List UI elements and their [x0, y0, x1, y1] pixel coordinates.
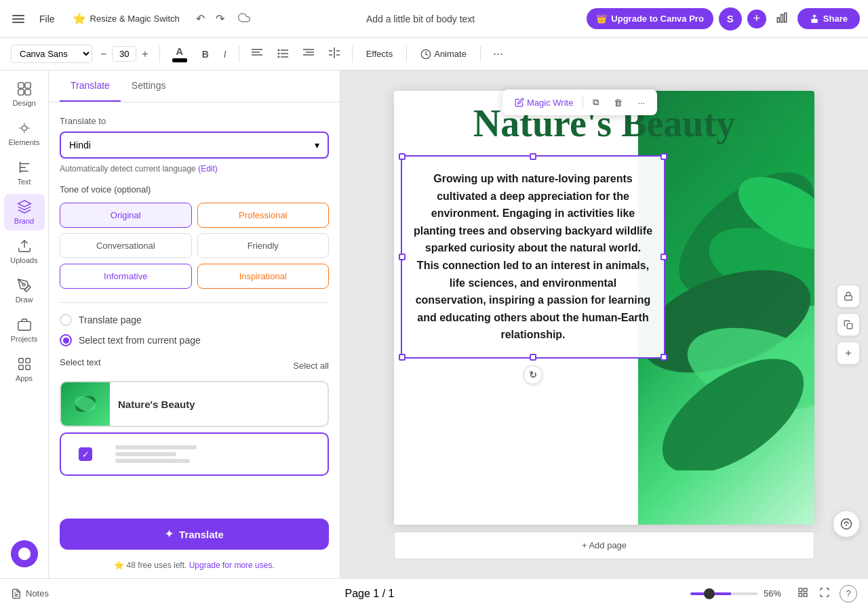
save-cloud-button[interactable]: [234, 7, 254, 30]
format-bar: Canva Sans − + A B I Effects Animate ···: [0, 38, 868, 70]
add-collaborator-button[interactable]: +: [747, 9, 766, 28]
right-panel-icons: [837, 285, 860, 365]
tab-settings[interactable]: Settings: [121, 70, 177, 102]
resize-handle-bl[interactable]: [399, 354, 406, 361]
help-button[interactable]: ?: [840, 585, 857, 603]
more-slide-options[interactable]: ···: [632, 94, 650, 111]
indent-button[interactable]: [298, 45, 319, 63]
float-toolbar-div1: [583, 96, 583, 109]
sidebar-item-label-draw: Draw: [16, 296, 33, 304]
resize-handle-rm[interactable]: [660, 254, 667, 260]
text-spacing-button[interactable]: [323, 44, 345, 64]
left-sidebar: Design Elements Text Brand Uploads Draw …: [0, 70, 49, 578]
magic-switch-button[interactable]: ⭐ Resize & Magic Switch: [66, 8, 186, 29]
translate-page-option[interactable]: Translate page: [60, 314, 329, 326]
svg-point-7: [277, 49, 279, 52]
tab-translate[interactable]: Translate: [60, 70, 121, 102]
canva-assistant-button[interactable]: [11, 540, 38, 567]
fullscreen-button[interactable]: [815, 584, 834, 603]
resize-handle-tl[interactable]: [399, 153, 406, 160]
undo-button[interactable]: ↶: [192, 8, 209, 29]
resize-handle-tm[interactable]: [530, 153, 536, 160]
animate-button[interactable]: Animate: [414, 45, 473, 63]
delete-slide-button[interactable]: 🗑: [608, 94, 628, 111]
font-size-increase[interactable]: +: [138, 45, 152, 63]
sidebar-item-elements[interactable]: Elements: [4, 115, 45, 152]
slide-body-text: Growing up with nature-loving parents cu…: [414, 173, 652, 340]
page-info: Page 1 / 1: [345, 588, 395, 599]
sidebar-item-text[interactable]: Text: [4, 155, 45, 191]
text-item-natures-beauty-label: Nature's Beauty: [110, 399, 203, 410]
dropdown-arrow: ▾: [315, 140, 319, 150]
select-text-radio[interactable]: [60, 334, 72, 346]
user-avatar[interactable]: S: [719, 7, 742, 31]
sidebar-item-label-design: Design: [12, 99, 35, 107]
rotate-handle[interactable]: ↻: [524, 365, 542, 384]
tone-professional[interactable]: Professional: [197, 203, 330, 228]
translate-page-radio[interactable]: [60, 314, 72, 326]
text-item-body[interactable]: ✓: [60, 432, 329, 476]
menu-button[interactable]: [8, 11, 28, 27]
add-element-button[interactable]: [837, 342, 860, 365]
resize-handle-br[interactable]: [660, 354, 667, 361]
font-family-select[interactable]: Canva Sans: [11, 45, 92, 63]
duplicate-button[interactable]: [837, 313, 860, 336]
tone-original[interactable]: Original: [60, 203, 192, 228]
sidebar-item-projects[interactable]: Projects: [4, 312, 45, 348]
text-color-button[interactable]: A: [167, 42, 193, 66]
zoom-slider[interactable]: [690, 592, 758, 595]
divider-3: [352, 46, 353, 62]
brand-icon: [17, 199, 32, 214]
text-color-preview: A: [172, 45, 187, 62]
italic-button[interactable]: I: [218, 45, 232, 63]
language-select[interactable]: Hindi ▾: [60, 131, 329, 159]
share-button[interactable]: Share: [797, 8, 860, 29]
tone-informative[interactable]: Informative: [60, 264, 192, 289]
text-item-natures-beauty[interactable]: Nature's Beauty: [60, 381, 329, 427]
sidebar-item-uploads[interactable]: Uploads: [4, 233, 45, 270]
grid-view-icon: [797, 587, 808, 598]
magic-write-button[interactable]: Magic Write: [509, 94, 578, 111]
svg-point-29: [22, 283, 25, 286]
resize-handle-lm[interactable]: [399, 254, 406, 260]
magic-assist-button[interactable]: [833, 510, 860, 538]
redo-button[interactable]: ↷: [212, 8, 229, 29]
sidebar-item-draw[interactable]: Draw: [4, 272, 45, 309]
font-size-decrease[interactable]: −: [96, 45, 111, 63]
resize-handle-tr[interactable]: [660, 153, 667, 160]
notes-label: Notes: [26, 588, 49, 599]
analytics-button[interactable]: [772, 7, 792, 31]
upgrade-button[interactable]: 👑 Upgrade to Canva Pro: [587, 8, 713, 29]
list-button[interactable]: [272, 45, 294, 63]
notes-button[interactable]: Notes: [11, 588, 49, 599]
grid-view-button[interactable]: [793, 584, 812, 603]
zoom-control: 56%: [690, 588, 788, 599]
effects-button[interactable]: Effects: [359, 45, 400, 62]
more-options-button[interactable]: ···: [488, 43, 509, 64]
select-all-button[interactable]: Select all: [293, 361, 329, 371]
sidebar-item-design[interactable]: Design: [4, 76, 45, 113]
upgrade-link[interactable]: Upgrade for more uses.: [189, 561, 275, 570]
tone-friendly[interactable]: Friendly: [197, 233, 330, 258]
body-checkbox[interactable]: ✓: [79, 447, 92, 461]
canvas-area: Magic Write ⧉ 🗑 ···: [340, 70, 868, 578]
lock-button[interactable]: [837, 285, 860, 308]
sidebar-item-brand[interactable]: Brand: [4, 194, 45, 230]
font-size-input[interactable]: [112, 46, 136, 62]
bold-button[interactable]: B: [197, 45, 214, 63]
slide-text-box[interactable]: Growing up with nature-loving parents cu…: [401, 155, 665, 359]
file-menu-button[interactable]: File: [34, 11, 60, 27]
tone-conversational[interactable]: Conversational: [60, 233, 192, 258]
svg-rect-0: [777, 18, 779, 22]
document-title[interactable]: [353, 9, 488, 28]
add-page-bar[interactable]: + Add page: [394, 531, 814, 559]
resize-handle-bm[interactable]: [530, 354, 536, 361]
select-text-option[interactable]: Select text from current page: [60, 334, 329, 346]
assistant-icon: [17, 546, 32, 561]
tone-inspirational[interactable]: Inspirational: [197, 264, 330, 289]
auto-detect-edit-link[interactable]: (Edit): [198, 164, 218, 174]
sidebar-item-apps[interactable]: Apps: [4, 351, 45, 388]
translate-button[interactable]: ✦ Translate: [60, 519, 329, 550]
copy-slide-button[interactable]: ⧉: [587, 94, 604, 111]
align-left-button[interactable]: [246, 45, 268, 63]
